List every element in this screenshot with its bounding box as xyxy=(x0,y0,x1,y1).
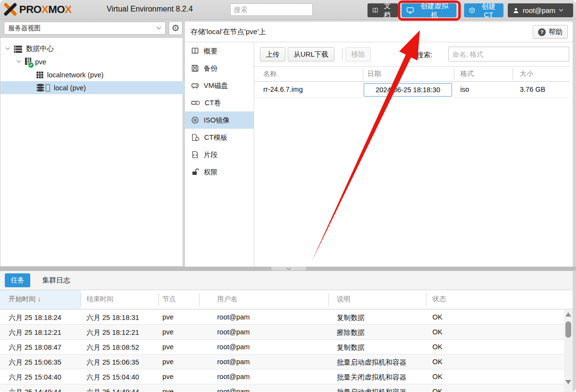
monitor-icon xyxy=(406,7,414,14)
menu-item-ct-templates[interactable]: CT模板 xyxy=(185,129,254,146)
book-icon xyxy=(372,7,378,14)
node-icon xyxy=(25,57,32,67)
column-header-name[interactable]: 名称 xyxy=(263,70,277,78)
upload-button[interactable]: 上传 xyxy=(260,47,285,61)
iso-filter-input[interactable] xyxy=(448,47,569,61)
tree-item-node-pve[interactable]: pve xyxy=(0,55,198,68)
iso-name: rr-24.6.7.img xyxy=(263,86,303,93)
datacenter-icon xyxy=(13,45,23,53)
task-row[interactable]: 六月 25 18:08:47 六月 25 18:08:52 pve root@p… xyxy=(0,340,564,355)
question-icon: ? xyxy=(538,28,546,36)
expander-chevron-icon[interactable] xyxy=(16,60,21,63)
column-header-status[interactable]: 状态 xyxy=(432,295,446,304)
tree-item-datacenter[interactable]: 数据中心 xyxy=(0,42,187,55)
horizontal-splitter[interactable] xyxy=(0,267,576,270)
iso-grid-header: 名称 日期 格式 大小 xyxy=(254,66,569,82)
brand-wordmark: PROXMOX xyxy=(19,3,72,16)
snippet-file-icon xyxy=(191,151,199,159)
scroll-up-arrow-icon[interactable] xyxy=(565,312,571,317)
iso-size: 3.76 GB xyxy=(520,86,545,93)
menu-item-iso-images[interactable]: ISO镜像 xyxy=(185,111,254,129)
proxmox-logo-icon xyxy=(4,3,17,18)
chevron-down-icon xyxy=(559,9,564,12)
view-selector-dropdown[interactable]: 服务器视图 xyxy=(4,22,166,35)
splitter-collapse-handle[interactable] xyxy=(271,267,306,270)
menu-item-summary[interactable]: 概要 xyxy=(185,42,254,60)
menu-item-permissions[interactable]: 权限 xyxy=(185,163,254,181)
documentation-button[interactable]: 文档 xyxy=(368,3,398,17)
template-cube-icon xyxy=(191,134,199,141)
iso-disc-icon xyxy=(191,116,199,124)
help-button[interactable]: ? 帮助 xyxy=(533,25,568,39)
status-ok: OK xyxy=(432,358,442,366)
column-header-node[interactable]: 节点 xyxy=(162,295,176,304)
view-settings-gear-button[interactable]: ⚙ xyxy=(169,21,183,35)
task-table-scrollbar[interactable] xyxy=(564,310,573,392)
storage-side-menu: 概要 备份 VM磁盘 CT卷 xyxy=(185,42,254,267)
scrollbar-thumb[interactable] xyxy=(565,321,571,338)
volume-cube-icon xyxy=(191,99,200,107)
sort-descending-icon: ↓ xyxy=(37,295,41,303)
remove-button[interactable]: 移除 xyxy=(345,47,371,61)
status-ok-badge xyxy=(28,62,34,68)
download-from-url-button[interactable]: 从URL下载 xyxy=(288,47,334,61)
content-title-bar: 存储'local'在节点'pve'上 ? 帮助 xyxy=(185,22,573,42)
column-header-description[interactable]: 说明 xyxy=(337,295,350,304)
book-icon xyxy=(191,47,199,55)
menu-item-vm-disks[interactable]: VM磁盘 xyxy=(185,77,254,94)
expander-chevron-icon[interactable] xyxy=(5,47,10,50)
create-vm-button[interactable]: 创建虚拟机 xyxy=(402,3,456,17)
column-header-format[interactable]: 格式 xyxy=(460,70,474,78)
toolbar-separator xyxy=(342,49,343,60)
top-header-bar: PROXMOX Virtual Environment 8.2.4 文档 创建虚… xyxy=(0,0,576,20)
iso-format: iso xyxy=(460,86,469,93)
floppy-icon xyxy=(191,64,199,72)
global-search-input[interactable] xyxy=(230,3,313,16)
task-row[interactable]: 六月 25 18:18:24 六月 25 18:18:31 pve root@p… xyxy=(0,310,564,325)
task-table-header: 开始时间 ↓ 结束时间 节点 用户名 说明 状态 xyxy=(0,290,573,309)
task-log-panel: 任务 集群日志 开始时间 ↓ 结束时间 节点 用户名 说明 状态 六月 25 1… xyxy=(0,270,573,392)
task-row[interactable]: 六月 25 15:06:35 六月 25 15:06:35 pve root@p… xyxy=(0,355,564,369)
tab-tasks[interactable]: 任务 xyxy=(5,273,30,287)
user-menu-button[interactable]: root@pam xyxy=(508,3,573,17)
column-header-end-time[interactable]: 结束时间 xyxy=(86,295,113,304)
proxmox-app: PROXMOX Virtual Environment 8.2.4 文档 创建虚… xyxy=(0,0,576,392)
cube-icon xyxy=(469,7,475,14)
network-grid-icon xyxy=(36,71,44,79)
iso-date-cell[interactable]: 2024-06-25 18:18:30 xyxy=(364,83,452,97)
page-title: 存储'local'在节点'pve'上 xyxy=(191,27,266,37)
column-header-size[interactable]: 大小 xyxy=(520,70,533,78)
chevron-down-icon xyxy=(156,26,161,30)
unlock-icon xyxy=(191,168,199,176)
storage-icon xyxy=(36,83,50,92)
status-ok: OK xyxy=(432,328,442,336)
search-label: 搜索: xyxy=(417,50,432,60)
column-header-date[interactable]: 日期 xyxy=(368,70,381,78)
resource-tree: 数据中心 pve xyxy=(0,37,183,267)
status-ok: OK xyxy=(432,343,442,351)
column-header-username[interactable]: 用户名 xyxy=(217,295,237,304)
iso-table-row[interactable]: rr-24.6.7.img 2024-06-25 18:18:30 iso 3.… xyxy=(254,82,569,98)
status-ok: OK xyxy=(432,313,442,321)
menu-item-backup[interactable]: 备份 xyxy=(185,60,254,77)
user-icon xyxy=(513,7,519,14)
hdd-icon xyxy=(191,82,199,89)
column-header-start-time[interactable]: 开始时间 ↓ xyxy=(9,295,41,304)
task-row[interactable]: 六月 25 15:04:40 六月 25 15:04:40 pve root@p… xyxy=(0,369,564,384)
status-ok: OK xyxy=(432,373,442,380)
create-ct-button[interactable]: 创建CT xyxy=(464,3,503,17)
status-ok: OK xyxy=(432,388,442,392)
product-version-title: Virtual Environment 8.2.4 xyxy=(107,5,193,13)
task-row[interactable]: 六月 25 18:12:21 六月 25 18:12:21 pve root@p… xyxy=(0,325,564,340)
menu-item-ct-volumes[interactable]: CT卷 xyxy=(185,94,254,111)
tab-cluster-log[interactable]: 集群日志 xyxy=(42,276,70,285)
chevron-down-icon xyxy=(286,268,292,270)
iso-images-pane: 上传 从URL下载 移除 搜索: 名称 日期 格式 大小 rr-24.6.7.i… xyxy=(254,42,573,267)
menu-item-snippets[interactable]: 片段 xyxy=(185,146,254,163)
scroll-down-arrow-icon[interactable] xyxy=(565,380,571,384)
task-row[interactable]: 六月 25 14:49:44 六月 25 14:49:44 pve root@p… xyxy=(0,384,564,392)
